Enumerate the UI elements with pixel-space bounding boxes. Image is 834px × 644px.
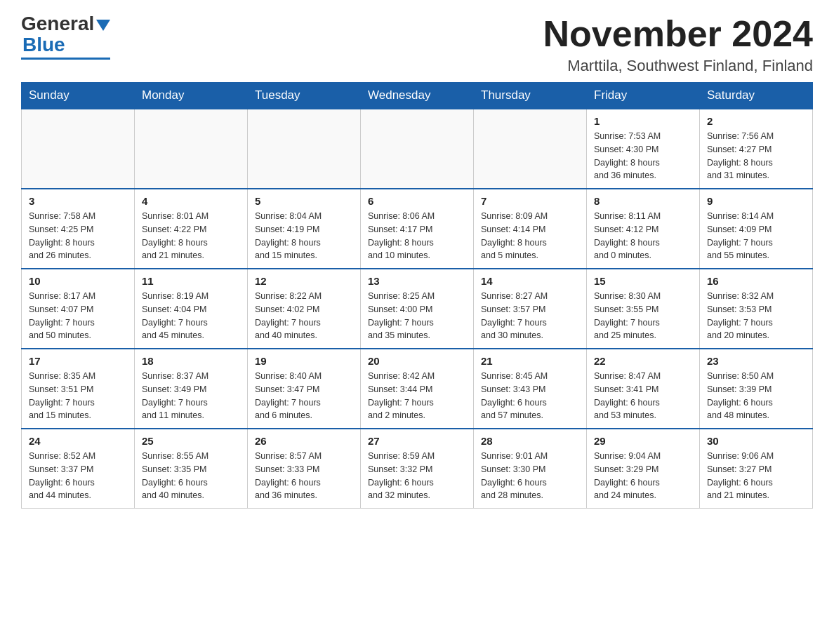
day-number: 7	[481, 195, 579, 207]
day-info: Sunrise: 8:25 AM Sunset: 4:00 PM Dayligh…	[368, 290, 466, 342]
day-cell: 19Sunrise: 8:40 AM Sunset: 3:47 PM Dayli…	[248, 349, 361, 429]
day-number: 13	[368, 275, 466, 287]
day-number: 14	[481, 275, 579, 287]
day-number: 2	[707, 115, 805, 127]
logo-underline	[21, 58, 110, 60]
day-info: Sunrise: 8:45 AM Sunset: 3:43 PM Dayligh…	[481, 370, 579, 422]
day-cell: 28Sunrise: 9:01 AM Sunset: 3:30 PM Dayli…	[474, 429, 587, 509]
day-cell: 30Sunrise: 9:06 AM Sunset: 3:27 PM Dayli…	[700, 429, 813, 509]
day-cell	[361, 109, 474, 189]
day-number: 22	[594, 355, 692, 367]
day-number: 3	[29, 195, 127, 207]
column-header-friday: Friday	[587, 83, 700, 109]
day-cell: 18Sunrise: 8:37 AM Sunset: 3:49 PM Dayli…	[135, 349, 248, 429]
day-number: 1	[594, 115, 692, 127]
day-number: 23	[707, 355, 805, 367]
logo-text: General	[21, 14, 110, 34]
day-number: 26	[255, 435, 353, 447]
column-header-saturday: Saturday	[700, 83, 813, 109]
week-row-3: 10Sunrise: 8:17 AM Sunset: 4:07 PM Dayli…	[22, 269, 813, 349]
day-number: 12	[255, 275, 353, 287]
day-info: Sunrise: 8:04 AM Sunset: 4:19 PM Dayligh…	[255, 210, 353, 262]
day-info: Sunrise: 8:35 AM Sunset: 3:51 PM Dayligh…	[29, 370, 127, 422]
day-cell: 10Sunrise: 8:17 AM Sunset: 4:07 PM Dayli…	[22, 269, 135, 349]
day-cell: 14Sunrise: 8:27 AM Sunset: 3:57 PM Dayli…	[474, 269, 587, 349]
day-number: 17	[29, 355, 127, 367]
day-cell: 24Sunrise: 8:52 AM Sunset: 3:37 PM Dayli…	[22, 429, 135, 509]
day-number: 20	[368, 355, 466, 367]
day-number: 18	[142, 355, 240, 367]
calendar-table: SundayMondayTuesdayWednesdayThursdayFrid…	[21, 82, 813, 509]
day-cell: 2Sunrise: 7:56 AM Sunset: 4:27 PM Daylig…	[700, 109, 813, 189]
day-cell: 11Sunrise: 8:19 AM Sunset: 4:04 PM Dayli…	[135, 269, 248, 349]
day-cell	[474, 109, 587, 189]
day-number: 30	[707, 435, 805, 447]
week-row-5: 24Sunrise: 8:52 AM Sunset: 3:37 PM Dayli…	[22, 429, 813, 509]
column-header-wednesday: Wednesday	[361, 83, 474, 109]
page-header: General Blue November 2024 Marttila, Sou…	[21, 14, 813, 75]
logo: General Blue	[21, 14, 110, 60]
day-info: Sunrise: 8:14 AM Sunset: 4:09 PM Dayligh…	[707, 210, 805, 262]
week-row-1: 1Sunrise: 7:53 AM Sunset: 4:30 PM Daylig…	[22, 109, 813, 189]
day-info: Sunrise: 8:06 AM Sunset: 4:17 PM Dayligh…	[368, 210, 466, 262]
day-info: Sunrise: 8:11 AM Sunset: 4:12 PM Dayligh…	[594, 210, 692, 262]
location-title: Marttila, Southwest Finland, Finland	[543, 57, 813, 75]
day-cell: 15Sunrise: 8:30 AM Sunset: 3:55 PM Dayli…	[587, 269, 700, 349]
day-info: Sunrise: 7:53 AM Sunset: 4:30 PM Dayligh…	[594, 130, 692, 182]
day-cell: 4Sunrise: 8:01 AM Sunset: 4:22 PM Daylig…	[135, 189, 248, 269]
day-info: Sunrise: 8:27 AM Sunset: 3:57 PM Dayligh…	[481, 290, 579, 342]
day-number: 4	[142, 195, 240, 207]
header-row: SundayMondayTuesdayWednesdayThursdayFrid…	[22, 83, 813, 109]
day-cell: 1Sunrise: 7:53 AM Sunset: 4:30 PM Daylig…	[587, 109, 700, 189]
day-number: 24	[29, 435, 127, 447]
day-info: Sunrise: 8:59 AM Sunset: 3:32 PM Dayligh…	[368, 450, 466, 502]
day-number: 19	[255, 355, 353, 367]
day-number: 9	[707, 195, 805, 207]
day-number: 15	[594, 275, 692, 287]
day-info: Sunrise: 8:19 AM Sunset: 4:04 PM Dayligh…	[142, 290, 240, 342]
day-cell: 26Sunrise: 8:57 AM Sunset: 3:33 PM Dayli…	[248, 429, 361, 509]
day-cell	[248, 109, 361, 189]
day-number: 5	[255, 195, 353, 207]
day-cell: 23Sunrise: 8:50 AM Sunset: 3:39 PM Dayli…	[700, 349, 813, 429]
day-cell: 29Sunrise: 9:04 AM Sunset: 3:29 PM Dayli…	[587, 429, 700, 509]
day-cell	[22, 109, 135, 189]
day-cell: 5Sunrise: 8:04 AM Sunset: 4:19 PM Daylig…	[248, 189, 361, 269]
day-number: 6	[368, 195, 466, 207]
day-cell: 21Sunrise: 8:45 AM Sunset: 3:43 PM Dayli…	[474, 349, 587, 429]
day-cell: 25Sunrise: 8:55 AM Sunset: 3:35 PM Dayli…	[135, 429, 248, 509]
day-number: 25	[142, 435, 240, 447]
day-cell: 6Sunrise: 8:06 AM Sunset: 4:17 PM Daylig…	[361, 189, 474, 269]
day-info: Sunrise: 9:04 AM Sunset: 3:29 PM Dayligh…	[594, 450, 692, 502]
day-info: Sunrise: 8:52 AM Sunset: 3:37 PM Dayligh…	[29, 450, 127, 502]
day-cell: 20Sunrise: 8:42 AM Sunset: 3:44 PM Dayli…	[361, 349, 474, 429]
column-header-monday: Monday	[135, 83, 248, 109]
day-cell: 9Sunrise: 8:14 AM Sunset: 4:09 PM Daylig…	[700, 189, 813, 269]
day-info: Sunrise: 8:40 AM Sunset: 3:47 PM Dayligh…	[255, 370, 353, 422]
day-number: 8	[594, 195, 692, 207]
day-number: 10	[29, 275, 127, 287]
day-info: Sunrise: 8:32 AM Sunset: 3:53 PM Dayligh…	[707, 290, 805, 342]
day-cell: 7Sunrise: 8:09 AM Sunset: 4:14 PM Daylig…	[474, 189, 587, 269]
day-number: 21	[481, 355, 579, 367]
day-info: Sunrise: 8:47 AM Sunset: 3:41 PM Dayligh…	[594, 370, 692, 422]
day-cell: 16Sunrise: 8:32 AM Sunset: 3:53 PM Dayli…	[700, 269, 813, 349]
day-info: Sunrise: 8:50 AM Sunset: 3:39 PM Dayligh…	[707, 370, 805, 422]
day-cell: 3Sunrise: 7:58 AM Sunset: 4:25 PM Daylig…	[22, 189, 135, 269]
day-cell: 22Sunrise: 8:47 AM Sunset: 3:41 PM Dayli…	[587, 349, 700, 429]
day-info: Sunrise: 8:22 AM Sunset: 4:02 PM Dayligh…	[255, 290, 353, 342]
month-title: November 2024	[543, 14, 813, 54]
logo-blue: Blue	[22, 34, 65, 56]
day-info: Sunrise: 8:57 AM Sunset: 3:33 PM Dayligh…	[255, 450, 353, 502]
day-cell: 17Sunrise: 8:35 AM Sunset: 3:51 PM Dayli…	[22, 349, 135, 429]
day-number: 28	[481, 435, 579, 447]
day-cell: 27Sunrise: 8:59 AM Sunset: 3:32 PM Dayli…	[361, 429, 474, 509]
day-info: Sunrise: 8:37 AM Sunset: 3:49 PM Dayligh…	[142, 370, 240, 422]
title-block: November 2024 Marttila, Southwest Finlan…	[543, 14, 813, 75]
day-cell: 12Sunrise: 8:22 AM Sunset: 4:02 PM Dayli…	[248, 269, 361, 349]
day-info: Sunrise: 7:58 AM Sunset: 4:25 PM Dayligh…	[29, 210, 127, 262]
day-info: Sunrise: 9:01 AM Sunset: 3:30 PM Dayligh…	[481, 450, 579, 502]
day-number: 27	[368, 435, 466, 447]
day-info: Sunrise: 8:09 AM Sunset: 4:14 PM Dayligh…	[481, 210, 579, 262]
day-cell: 13Sunrise: 8:25 AM Sunset: 4:00 PM Dayli…	[361, 269, 474, 349]
